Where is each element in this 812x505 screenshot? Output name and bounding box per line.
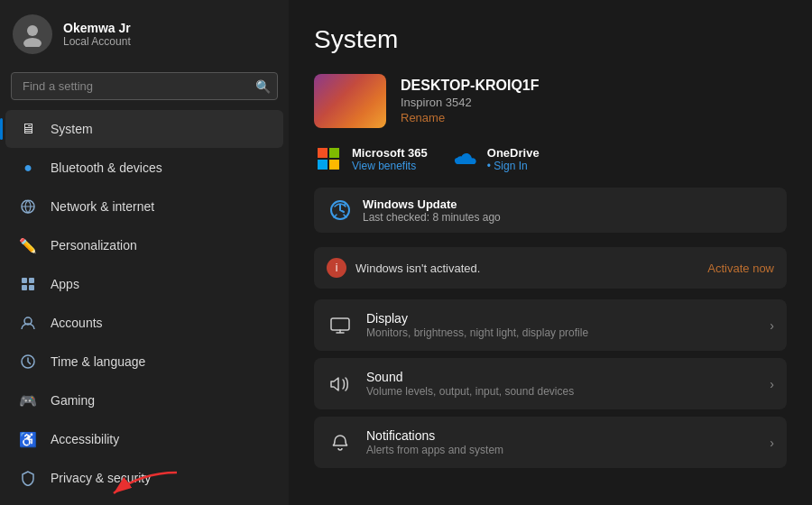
user-name: Okemwa Jr bbox=[63, 21, 131, 35]
update-sub: Last checked: 8 minutes ago bbox=[363, 211, 501, 224]
svg-rect-5 bbox=[29, 285, 34, 290]
sidebar-item-network[interactable]: Network & internet bbox=[5, 188, 283, 225]
warning-icon: i bbox=[327, 258, 346, 278]
sidebar-item-label: Accessibility bbox=[51, 432, 119, 446]
sound-icon bbox=[327, 371, 354, 398]
search-icon: 🔍 bbox=[255, 79, 271, 94]
sidebar-item-privacy[interactable]: Privacy & security bbox=[5, 459, 283, 497]
device-name: DESKTOP-KROIQ1F bbox=[401, 78, 540, 94]
sound-setting[interactable]: Sound Volume levels, output, input, soun… bbox=[314, 358, 787, 409]
notifications-title: Notifications bbox=[366, 428, 757, 443]
sidebar-item-label: Gaming bbox=[51, 393, 95, 408]
accounts-icon bbox=[18, 313, 38, 333]
svg-rect-11 bbox=[318, 160, 328, 170]
time-icon bbox=[18, 352, 38, 372]
sidebar-item-label: System bbox=[51, 122, 93, 136]
sound-title: Sound bbox=[366, 370, 757, 384]
sidebar-item-label: Accounts bbox=[51, 316, 103, 330]
chevron-right-icon: › bbox=[770, 377, 774, 391]
windows-update-row[interactable]: Windows Update Last checked: 8 minutes a… bbox=[314, 188, 787, 233]
avatar bbox=[13, 14, 52, 54]
services-row: Microsoft 365 View benefits OneDrive Sig… bbox=[314, 144, 787, 173]
user-profile[interactable]: Okemwa Jr Local Account bbox=[0, 0, 289, 69]
sidebar-item-accessibility[interactable]: ♿ Accessibility bbox=[5, 420, 283, 458]
microsoft365-card: Microsoft 365 View benefits bbox=[314, 144, 428, 173]
chevron-right-icon: › bbox=[770, 436, 774, 450]
display-text: Display Monitors, brightness, night ligh… bbox=[366, 311, 757, 339]
device-rename-link[interactable]: Rename bbox=[401, 111, 540, 124]
display-sub: Monitors, brightness, night light, displ… bbox=[366, 326, 757, 339]
onedrive-text: OneDrive Sign In bbox=[487, 146, 540, 172]
warning-text: Windows isn't activated. bbox=[355, 262, 480, 275]
onedrive-title: OneDrive bbox=[487, 146, 540, 160]
onedrive-sub[interactable]: Sign In bbox=[487, 160, 540, 172]
sidebar-item-label: Apps bbox=[51, 277, 79, 291]
microsoft365-title: Microsoft 365 bbox=[352, 146, 428, 160]
sound-text: Sound Volume levels, output, input, soun… bbox=[366, 370, 757, 398]
nav-list: 🖥 System ● Bluetooth & devices Network &… bbox=[0, 109, 289, 505]
warning-left: i Windows isn't activated. bbox=[327, 258, 480, 278]
gaming-icon: 🎮 bbox=[18, 390, 38, 410]
svg-rect-2 bbox=[22, 278, 27, 283]
sidebar: Okemwa Jr Local Account 🔍 🖥 System ● Blu… bbox=[0, 0, 289, 505]
sidebar-item-system[interactable]: 🖥 System bbox=[5, 110, 283, 148]
notifications-text: Notifications Alerts from apps and syste… bbox=[366, 428, 757, 456]
windows-update-icon bbox=[327, 197, 354, 224]
activate-now-button[interactable]: Activate now bbox=[707, 262, 774, 275]
page-title: System bbox=[314, 25, 787, 54]
accessibility-icon: ♿ bbox=[18, 429, 38, 449]
sidebar-item-apps[interactable]: Apps bbox=[5, 265, 283, 303]
sidebar-item-personalization[interactable]: ✏️ Personalization bbox=[5, 226, 283, 264]
chevron-right-icon: › bbox=[770, 318, 774, 333]
display-setting[interactable]: Display Monitors, brightness, night ligh… bbox=[314, 299, 787, 351]
system-icon: 🖥 bbox=[18, 119, 38, 139]
display-icon bbox=[327, 312, 354, 339]
search-input[interactable] bbox=[11, 72, 278, 100]
main-content: System DESKTOP-KROIQ1F Inspiron 3542 Ren… bbox=[289, 0, 812, 505]
device-info: DESKTOP-KROIQ1F Inspiron 3542 Rename bbox=[401, 78, 540, 124]
svg-rect-12 bbox=[329, 160, 339, 170]
sidebar-item-label: Personalization bbox=[51, 238, 137, 252]
sidebar-item-label: Network & internet bbox=[51, 199, 154, 214]
svg-rect-10 bbox=[329, 148, 339, 158]
user-info: Okemwa Jr Local Account bbox=[63, 21, 131, 48]
activation-warning: i Windows isn't activated. Activate now bbox=[314, 247, 787, 289]
onedrive-card: OneDrive Sign In bbox=[449, 144, 540, 173]
notifications-setting[interactable]: Notifications Alerts from apps and syste… bbox=[314, 417, 787, 468]
update-text: Windows Update Last checked: 8 minutes a… bbox=[363, 197, 501, 224]
search-box[interactable]: 🔍 bbox=[11, 72, 278, 100]
sound-sub: Volume levels, output, input, sound devi… bbox=[366, 385, 757, 398]
update-title: Windows Update bbox=[363, 197, 501, 211]
sidebar-item-bluetooth[interactable]: ● Bluetooth & devices bbox=[5, 149, 283, 187]
sidebar-item-time[interactable]: Time & language bbox=[5, 343, 283, 381]
sidebar-item-gaming[interactable]: 🎮 Gaming bbox=[5, 381, 283, 419]
personalization-icon: ✏️ bbox=[18, 235, 38, 255]
display-title: Display bbox=[366, 311, 757, 326]
onedrive-icon bbox=[449, 144, 478, 173]
svg-rect-3 bbox=[29, 278, 34, 283]
svg-rect-14 bbox=[331, 318, 349, 330]
svg-rect-9 bbox=[318, 148, 328, 158]
sidebar-item-label: Bluetooth & devices bbox=[51, 161, 162, 175]
svg-point-0 bbox=[27, 25, 38, 36]
microsoft365-sub[interactable]: View benefits bbox=[352, 160, 428, 172]
notifications-icon bbox=[327, 429, 354, 456]
device-model: Inspiron 3542 bbox=[401, 96, 540, 109]
sidebar-item-label: Privacy & security bbox=[51, 471, 151, 485]
microsoft365-text: Microsoft 365 View benefits bbox=[352, 146, 428, 172]
sidebar-item-label: Time & language bbox=[51, 354, 145, 369]
device-card: DESKTOP-KROIQ1F Inspiron 3542 Rename bbox=[314, 74, 787, 128]
svg-point-1 bbox=[23, 38, 42, 47]
notifications-sub: Alerts from apps and system bbox=[366, 444, 757, 456]
microsoft365-icon bbox=[314, 144, 343, 173]
sidebar-item-accounts[interactable]: Accounts bbox=[5, 304, 283, 342]
network-icon bbox=[18, 197, 38, 216]
svg-rect-4 bbox=[22, 285, 27, 290]
user-type: Local Account bbox=[63, 35, 131, 48]
bluetooth-icon: ● bbox=[18, 158, 38, 178]
privacy-icon bbox=[18, 468, 38, 488]
apps-icon bbox=[18, 274, 38, 294]
device-thumbnail bbox=[314, 74, 386, 128]
